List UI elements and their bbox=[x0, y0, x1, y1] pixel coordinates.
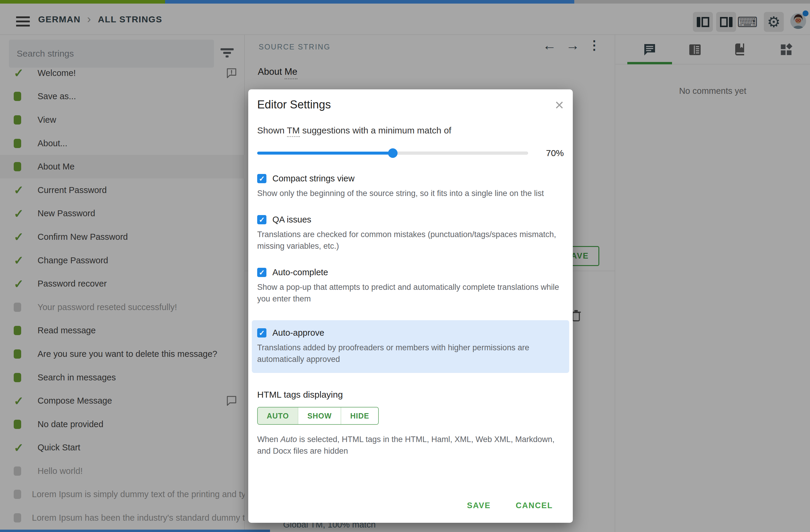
cancel-button[interactable]: CANCEL bbox=[516, 501, 553, 510]
tm-label-post: suggestions with a minimum match of bbox=[300, 126, 452, 135]
dialog-title: Editor Settings bbox=[257, 98, 331, 111]
checkbox-checked[interactable]: ✓ bbox=[257, 328, 266, 337]
html-desc-post: is selected, HTML tags in the HTML, Haml… bbox=[257, 435, 555, 455]
html-tags-option-auto[interactable]: AUTO bbox=[258, 408, 298, 424]
tm-threshold-label: Shown TM suggestions with a minimum matc… bbox=[257, 126, 564, 135]
tm-label-pre: Shown bbox=[257, 126, 287, 135]
settings-option: ✓ Auto-complete Show a pop-up that attem… bbox=[257, 267, 564, 305]
checkbox-checked[interactable]: ✓ bbox=[257, 215, 266, 224]
html-desc-italic: Auto bbox=[280, 435, 297, 444]
slider-fill bbox=[257, 152, 393, 154]
tm-match-slider[interactable] bbox=[257, 148, 528, 158]
tm-abbr: TM bbox=[287, 126, 300, 137]
editor-settings-dialog: Editor Settings × Shown TM suggestions w… bbox=[248, 89, 573, 523]
checkbox-checked[interactable]: ✓ bbox=[257, 174, 266, 183]
slider-value: 70% bbox=[539, 148, 564, 158]
checkbox-checked[interactable]: ✓ bbox=[257, 268, 266, 277]
settings-options: ✓ Compact strings view Show only the beg… bbox=[257, 174, 564, 373]
html-tags-segmented-control: AUTOSHOWHIDE bbox=[257, 407, 379, 425]
html-tags-option-show[interactable]: SHOW bbox=[298, 408, 341, 424]
html-tags-description: When Auto is selected, HTML tags in the … bbox=[257, 434, 564, 457]
settings-option: ✓ Compact strings view Show only the beg… bbox=[257, 174, 564, 199]
html-tags-label: HTML tags displaying bbox=[257, 389, 564, 400]
slider-thumb[interactable] bbox=[388, 148, 398, 158]
settings-option: ✓ QA issues Translations are checked for… bbox=[257, 215, 564, 252]
settings-option: ✓ Auto-approve Translations added by pro… bbox=[252, 320, 569, 373]
html-tags-option-hide[interactable]: HIDE bbox=[341, 408, 378, 424]
close-icon[interactable]: × bbox=[555, 99, 564, 111]
save-button[interactable]: SAVE bbox=[467, 501, 491, 510]
html-desc-pre: When bbox=[257, 435, 280, 444]
